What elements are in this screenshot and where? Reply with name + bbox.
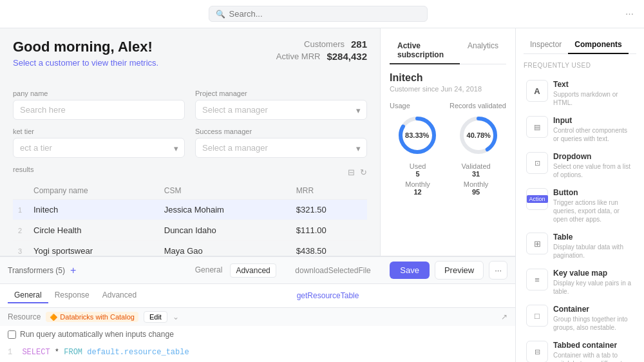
- company-input[interactable]: [13, 100, 185, 120]
- mrr-stat: Active MRR $284,432: [276, 51, 367, 62]
- external-link-icon[interactable]: ↗: [501, 312, 507, 321]
- used-label: Used: [405, 162, 430, 170]
- filter-icon[interactable]: ⊟: [348, 167, 355, 177]
- tab-inspector[interactable]: Inspector: [524, 36, 568, 54]
- resource-badge: 🔶 Databricks with Catalog: [46, 312, 138, 322]
- component-desc: Control other components or queries with…: [553, 126, 634, 143]
- query-tab-general[interactable]: General: [8, 288, 48, 303]
- component-info: Tabbed container Container with a tab to…: [553, 341, 634, 362]
- component-info: Key value map Display key value pairs in…: [553, 269, 634, 296]
- code-select: SELECT: [22, 348, 50, 357]
- company-cell: Yogi sportswear: [28, 241, 159, 256]
- component-name: Key value map: [553, 269, 634, 278]
- charts-row: 83.33% 40.78%: [390, 115, 506, 156]
- component-icon: □: [526, 305, 548, 327]
- usage-label: Usage: [390, 102, 410, 110]
- component-name: Table: [553, 233, 634, 242]
- results-table: Company name CSM MRR 1 Initech Jessica M…: [13, 182, 367, 256]
- query-bar: General Response Advanced getResourceTab…: [0, 283, 515, 307]
- component-name: Text: [553, 80, 634, 89]
- component-name: Container: [553, 305, 634, 314]
- subtitle-highlight: metrics.: [129, 58, 159, 68]
- component-item-button[interactable]: Action Button Trigger actions like run q…: [524, 184, 636, 228]
- component-name: Button: [553, 188, 634, 197]
- search-input[interactable]: [229, 9, 421, 19]
- monthly-value-2: 95: [462, 188, 491, 196]
- metrics-row: Usage Records validated: [390, 102, 506, 110]
- row-num: 2: [13, 220, 28, 241]
- tab-components[interactable]: Components: [568, 36, 628, 54]
- mrr-cell: $438.50: [291, 241, 367, 256]
- table-row[interactable]: 3 Yogi sportswear Maya Gao $438.50: [13, 241, 367, 256]
- databricks-icon: 🔶: [50, 314, 57, 321]
- customer-since: Customer since Jun 24, 2018: [390, 85, 506, 93]
- table-row[interactable]: 2 Circle Health Duncan Idaho $111.00: [13, 220, 367, 241]
- detail-tabs: Active subscription Analytics: [390, 37, 506, 64]
- col-company: Company name: [28, 182, 159, 200]
- tier-select[interactable]: ect a tier: [13, 138, 185, 158]
- content-area: Good morning, Alex! Select a customer to…: [0, 28, 515, 256]
- col-mrr: MRR: [291, 182, 367, 200]
- tab-analytics[interactable]: Analytics: [460, 37, 506, 64]
- transformers-bar: Transformers (5) + General Advanced down…: [0, 256, 515, 283]
- component-item-container[interactable]: □ Container Group things together into g…: [524, 300, 636, 336]
- query-tab-advanced[interactable]: Advanced: [96, 288, 143, 303]
- detail-panel: Active subscription Analytics Initech Cu…: [380, 28, 515, 256]
- project-manager-filter: Project manager Select a manager: [195, 90, 367, 120]
- validated-chart: 40.78%: [458, 115, 499, 156]
- component-item-tabbed-container[interactable]: ⊟ Tabbed container Container with a tab …: [524, 336, 636, 362]
- validated-count-value: 31: [462, 170, 491, 178]
- success-manager-select[interactable]: Select a manager: [195, 138, 367, 158]
- company-cell: Circle Health: [28, 220, 159, 241]
- component-icon: ⊟: [526, 341, 548, 362]
- usage-circle: 83.33%: [397, 115, 438, 156]
- tab-advanced[interactable]: Advanced: [230, 263, 276, 278]
- company-name: Initech: [390, 72, 506, 84]
- component-desc: Display key value pairs in a table.: [553, 279, 634, 296]
- search-bar[interactable]: 🔍: [209, 6, 428, 22]
- project-manager-label: Project manager: [195, 90, 367, 97]
- subtitle-prefix: Select a customer to view their: [13, 58, 127, 68]
- component-item-dropdown[interactable]: ⊡ Dropdown Select one value from a list …: [524, 148, 636, 184]
- refresh-icon[interactable]: ↻: [360, 167, 367, 177]
- resource-bar: Resource 🔶 Databricks with Catalog Edit …: [0, 307, 515, 326]
- tab-general[interactable]: General: [190, 263, 228, 278]
- component-icon: A: [526, 80, 548, 102]
- query-tab-response[interactable]: Response: [48, 288, 96, 303]
- left-content: Good morning, Alex! Select a customer to…: [0, 28, 380, 256]
- project-manager-select[interactable]: Select a manager: [195, 100, 367, 120]
- csm-cell: Maya Gao: [159, 241, 291, 256]
- add-transformer-button[interactable]: +: [70, 265, 76, 276]
- mrr-cell: $321.50: [291, 200, 367, 220]
- resource-label: Resource: [8, 312, 41, 321]
- component-item-key-value-map[interactable]: ≡ Key value map Display key value pairs …: [524, 264, 636, 300]
- component-item-input[interactable]: ▤ Input Control other components or quer…: [524, 111, 636, 148]
- success-manager-select-wrapper: Select a manager: [195, 138, 367, 158]
- component-info: Text Supports markdown or HTML.: [553, 80, 634, 107]
- component-item-text[interactable]: A Text Supports markdown or HTML.: [524, 75, 636, 111]
- results-label: results: [13, 166, 33, 173]
- tab-active-subscription[interactable]: Active subscription: [390, 37, 460, 64]
- component-desc: Display tabular data with pagination.: [553, 243, 634, 260]
- code-from: FROM: [64, 348, 82, 357]
- usage-chart: 83.33%: [397, 115, 438, 156]
- validated-value: 40.78%: [467, 131, 491, 139]
- save-button[interactable]: Save: [390, 262, 430, 279]
- auto-run-checkbox[interactable]: [8, 330, 16, 339]
- component-item-table[interactable]: ⊞ Table Display tabular data with pagina…: [524, 228, 636, 264]
- edit-resource-button[interactable]: Edit: [144, 311, 167, 323]
- more-button[interactable]: ···: [489, 261, 507, 280]
- preview-button[interactable]: Preview: [435, 261, 484, 280]
- table-row[interactable]: 1 Initech Jessica Mohaim $321.50: [13, 200, 367, 220]
- success-manager-filter: Success manager Select a manager: [195, 128, 367, 158]
- code-star: *: [55, 348, 64, 357]
- expand-icon[interactable]: ⌄: [173, 312, 179, 321]
- component-icon: Action: [526, 188, 548, 210]
- right-panel: Inspector Components Frequently used A T…: [515, 28, 644, 362]
- csm-cell: Jessica Mohaim: [159, 200, 291, 220]
- table-header-row: Company name CSM MRR: [13, 182, 367, 200]
- form-row-2: ket tier ect a tier Success manager Sele…: [13, 128, 367, 158]
- company-label: pany name: [13, 90, 185, 97]
- components-list: A Text Supports markdown or HTML. ▤ Inpu…: [524, 75, 636, 362]
- settings-icon[interactable]: ⋯: [625, 9, 634, 19]
